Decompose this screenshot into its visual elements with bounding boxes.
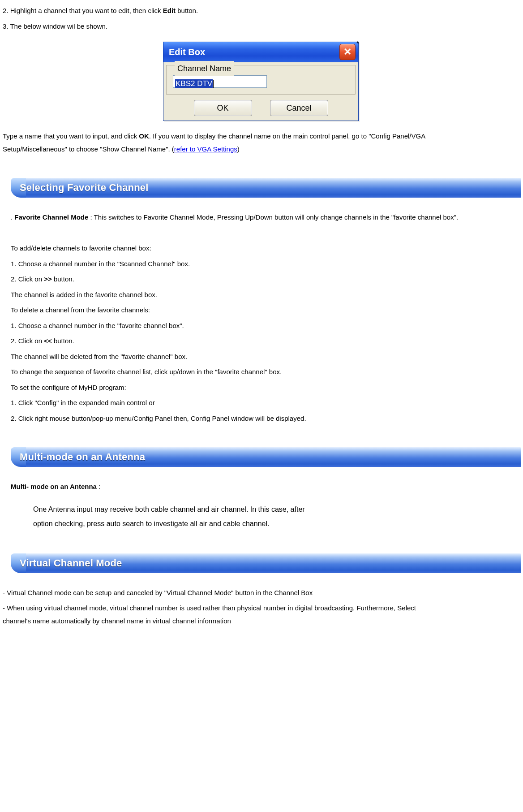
text-line-1: One Antenna input may receive both cable…	[33, 502, 467, 517]
dialog-title: Edit Box	[169, 43, 205, 60]
edit-box-dialog: Edit Box ✕ Channel Name KBS2 DTV OK Canc…	[163, 42, 359, 121]
section-title: Selecting Favorite Channel	[20, 178, 149, 198]
delete-button-symbol: <<	[44, 337, 52, 345]
section-header-virtual: Virtual Channel Mode	[11, 553, 521, 573]
cancel-button[interactable]: Cancel	[270, 100, 328, 116]
text: Type a name that you want to input, and …	[3, 132, 139, 140]
text: button.	[176, 7, 198, 14]
multimode-description: One Antenna input may receive both cable…	[11, 502, 520, 531]
text: 2. Highlight a channel that you want to …	[3, 7, 163, 14]
virtual-p2: - When using virtual channel mode, virtu…	[3, 602, 442, 627]
ok-keyword: OK	[139, 132, 149, 140]
ok-button[interactable]: OK	[194, 100, 252, 116]
section-header-multimode: Multi-mode on an Antenna	[11, 447, 521, 467]
delete-result: The channel will be deleted from the "fa…	[11, 350, 520, 363]
close-button[interactable]: ✕	[339, 44, 356, 60]
section-title: Multi-mode on an Antenna	[20, 447, 145, 467]
type-name-paragraph: Type a name that you want to input, and …	[3, 130, 433, 155]
add-button-symbol: >>	[44, 275, 52, 283]
section-header-selecting-favorite: Selecting Favorite Channel	[11, 178, 521, 198]
favorite-mode-desc: . Favorite Channel Mode : This switches …	[11, 211, 520, 224]
config-title: To set the configure of MyHD program:	[11, 381, 520, 394]
input-selection: KBS2 DTV	[175, 79, 213, 88]
virtual-p1: - Virtual Channel mode can be setup and …	[3, 587, 442, 600]
text: 2. Click on	[11, 275, 44, 283]
multimode-section-body: Multi- mode on an Antenna : One Antenna …	[3, 480, 520, 531]
delete-step-1: 1. Choose a channel number in the "favor…	[11, 320, 520, 333]
close-icon: ✕	[343, 43, 352, 61]
config-step-1: 1. Click "Config" in the expanded main c…	[11, 397, 520, 410]
step-2-text: 2. Highlight a channel that you want to …	[3, 4, 520, 17]
dialog-titlebar: Edit Box ✕	[163, 42, 358, 62]
channel-name-group: Channel Name KBS2 DTV	[166, 65, 356, 95]
step-3-text: 3. The below window wil be shown.	[3, 20, 520, 33]
favorite-mode-label: Favorite Channel Mode	[14, 213, 88, 221]
section-title: Virtual Channel Mode	[20, 553, 122, 573]
delete-step-2: 2. Click on << button.	[11, 335, 520, 348]
add-step-1: 1. Choose a channel number in the "Scann…	[11, 258, 520, 271]
asterisk: *	[356, 37, 359, 50]
text: 2. Click on	[11, 337, 44, 345]
channel-name-input[interactable]: KBS2 DTV	[173, 75, 267, 88]
edit-keyword: Edit	[163, 7, 176, 14]
delete-title: To delete a channel from the favorite ch…	[11, 304, 520, 317]
multimode-label: Multi- mode on an Antenna	[11, 483, 97, 490]
refer-vga-link[interactable]: refer to VGA Settings	[174, 145, 237, 153]
text: )	[237, 145, 240, 153]
text: :	[97, 483, 100, 490]
config-step-2: 2. Click right mouse button/pop-up menu/…	[11, 412, 520, 425]
multimode-heading-line: Multi- mode on an Antenna :	[11, 480, 520, 493]
text: button.	[52, 337, 74, 345]
add-result: The channel is added in the favorite cha…	[11, 289, 520, 302]
text-line-2: option checking, press auto search to in…	[33, 517, 467, 531]
dialog-button-row: OK Cancel	[166, 98, 356, 116]
sequence-note: To change the sequence of favorite chann…	[11, 366, 520, 379]
text-caret	[213, 80, 214, 88]
virtual-section-body: - Virtual Channel mode can be setup and …	[3, 587, 442, 628]
favorite-section-body: . Favorite Channel Mode : This switches …	[3, 211, 520, 425]
edit-box-dialog-figure: * Edit Box ✕ Channel Name KBS2 DTV OK Ca…	[163, 42, 360, 121]
add-delete-title: To add/delete channels to favorite chann…	[11, 242, 520, 255]
group-label: Channel Name	[175, 61, 234, 76]
dialog-body: Channel Name KBS2 DTV OK Cancel	[163, 62, 358, 121]
text: : This switches to Favorite Channel Mode…	[88, 213, 458, 221]
add-step-2: 2. Click on >> button.	[11, 273, 520, 286]
text: button.	[52, 275, 74, 283]
